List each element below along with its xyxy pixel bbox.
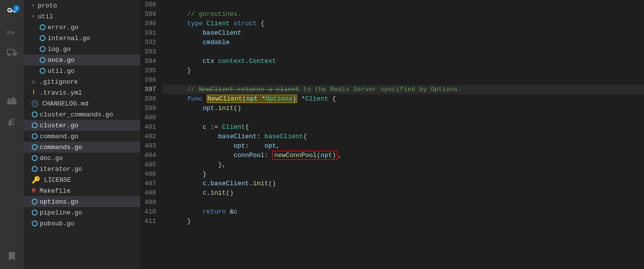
brace-close-394: } — [187, 67, 191, 74]
proto-folder-label: proto — [38, 2, 57, 9]
kw-func: func — [187, 95, 207, 103]
source-control-badge: 3 — [13, 5, 20, 12]
type-Context: Context — [249, 57, 276, 65]
indent-400 — [187, 123, 203, 131]
go-file-icon — [40, 35, 46, 41]
sidebar-item-log-go[interactable]: log.go — [24, 44, 140, 54]
space-397 — [297, 95, 301, 103]
activity-bar: 3 — [0, 0, 24, 269]
comment-newclient: // NewClient returns a client to the Red… — [187, 86, 462, 93]
brace-open-400: { — [245, 123, 249, 131]
pubsub-go-label: pubsub.go — [40, 220, 74, 227]
source-control-icon[interactable]: 3 — [3, 4, 21, 22]
paren-open-403: ( — [317, 152, 321, 159]
code-line-405: } — [162, 160, 644, 169]
run-debug-icon[interactable] — [3, 24, 21, 42]
go-file-icon — [40, 57, 46, 63]
commands-go-label: commands.go — [40, 144, 82, 151]
indent-401 — [187, 133, 218, 140]
kw-type: type — [187, 20, 207, 27]
sidebar-item-util-go[interactable]: util.go — [24, 65, 140, 76]
colon-402: : — [245, 142, 265, 150]
sidebar-item-options-go[interactable]: options.go — [24, 196, 140, 207]
sidebar-item-commands-go[interactable]: commands.go — [24, 142, 140, 153]
sidebar-item-pubsub-go[interactable]: pubsub.go — [24, 218, 140, 229]
sidebar-item-cluster-go[interactable]: cluster.go — [24, 120, 140, 131]
parens-398: () — [233, 105, 241, 112]
internal-go-label: internal.go — [48, 35, 90, 42]
sidebar-item-util[interactable]: › util — [24, 11, 140, 22]
sidebar-item-gitignore[interactable]: ◇ .gitignore — [24, 76, 140, 87]
highlight-newclient: NewClient(opt *Options) — [207, 95, 297, 103]
dot-406: . — [207, 180, 211, 187]
go-file-icon — [40, 68, 46, 74]
bookmark-icon[interactable] — [3, 247, 21, 265]
go-file-icon — [40, 46, 46, 52]
util-folder-label: util — [38, 13, 53, 20]
once-go-label: once.go — [48, 56, 75, 64]
indent-390 — [187, 29, 203, 37]
field-cmdable: cmdable — [203, 39, 230, 46]
brace-open-401: { — [303, 133, 307, 140]
cluster-go-label: cluster.go — [40, 122, 78, 129]
sidebar-item-error-go[interactable]: error.go — [24, 22, 140, 33]
func-init: init — [218, 105, 233, 112]
highlight-connpool: newConnPool(opt) — [272, 151, 338, 160]
paren-open: ( — [242, 95, 246, 103]
indent-402 — [187, 142, 234, 150]
sidebar-item-internal-go[interactable]: internal.go — [24, 33, 140, 44]
star2-397: * — [301, 95, 305, 103]
sidebar-item-cluster-commands-go[interactable]: cluster_commands.go — [24, 109, 140, 120]
line-398: 398 — [140, 94, 156, 104]
line-390: 390 — [140, 19, 156, 28]
comment-goroutines: // goroutines. — [187, 10, 241, 18]
sidebar-item-travis[interactable]: ! .travis.yml — [24, 87, 140, 98]
cluster-commands-go-label: cluster_commands.go — [40, 111, 113, 118]
go-file-icon — [32, 133, 38, 139]
sidebar-item-changelog[interactable]: ○ CHANGELOG.md — [24, 98, 140, 109]
go-file-icon — [32, 199, 38, 205]
line-392: 392 — [140, 38, 156, 47]
indent-405 — [187, 170, 203, 178]
line-402: 402 — [140, 132, 156, 141]
go-file-icon — [32, 220, 38, 226]
indent-407 — [187, 189, 203, 197]
indent-393 — [187, 57, 203, 65]
field-connPool: connPool — [233, 152, 264, 159]
indent-409 — [187, 208, 203, 215]
field-baseClient-406: baseClient — [211, 180, 249, 187]
field-baseClient-401: baseClient — [218, 133, 257, 140]
code-line-392 — [162, 38, 644, 47]
brace-close-410: } — [187, 217, 191, 225]
sidebar-item-license[interactable]: 🔑 LICENSE — [24, 174, 140, 185]
sidebar-item-once-go[interactable]: once.go — [24, 54, 140, 65]
line-407: 407 — [140, 179, 156, 188]
sidebar-item-proto[interactable]: › proto — [24, 0, 140, 11]
recv-c-407: c — [203, 189, 207, 197]
line-401: 401 — [140, 122, 156, 132]
code-line-411 — [162, 216, 644, 226]
line-396: 396 — [140, 75, 156, 85]
field-ctx: ctx — [203, 57, 218, 65]
sidebar-item-doc-go[interactable]: doc.go — [24, 153, 140, 163]
extensions-icon[interactable] — [3, 44, 21, 61]
val-opt-402: opt — [265, 142, 276, 150]
sidebar-item-makefile[interactable]: M Makefile — [24, 185, 140, 196]
recv-c-406: c — [203, 180, 207, 187]
dot-393: . — [245, 57, 249, 65]
line-410: 410 — [140, 207, 156, 216]
indent-398 — [187, 105, 203, 112]
sidebar-item-command-go[interactable]: command.go — [24, 131, 140, 142]
code-content: // goroutines. type Client struct { base… — [162, 0, 644, 269]
code-line-409: return &c — [162, 198, 644, 207]
go-file-icon — [32, 155, 38, 161]
field-opt-402: opt — [233, 142, 245, 150]
log-go-label: log.go — [48, 46, 71, 53]
sidebar-item-pipeline-go[interactable]: pipeline.go — [24, 207, 140, 218]
code-line-393: ctx context.Context — [162, 47, 644, 56]
docker-icon[interactable] — [3, 93, 21, 111]
line-400: 400 — [140, 113, 156, 122]
git-pull-icon[interactable] — [3, 113, 21, 131]
travis-icon: ! — [32, 89, 36, 97]
sidebar-item-iterator-go[interactable]: iterator.go — [24, 163, 140, 174]
